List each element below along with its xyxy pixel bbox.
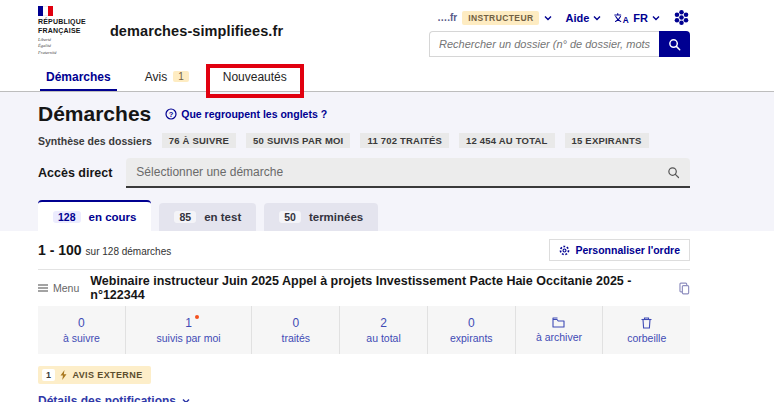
help-label: Aide [565, 12, 589, 24]
tab-count: 50 [279, 211, 301, 223]
chevron-down-icon [544, 14, 552, 22]
divider [38, 269, 690, 270]
lightning-icon [60, 370, 67, 380]
tab-count: 85 [174, 211, 196, 223]
nav-tab-label: Démarches [46, 70, 111, 84]
apps-flower-icon[interactable] [673, 9, 690, 26]
pagination-range: 1 - 100 [38, 242, 82, 258]
tab-en-test[interactable]: 85 en test [159, 203, 256, 231]
gear-icon [559, 245, 570, 256]
stat-a-archiver[interactable]: à archiver [516, 306, 604, 354]
tab-terminees[interactable]: 50 terminées [264, 203, 378, 231]
user-account-menu[interactable]: ….fr INSTRUCTEUR [437, 11, 552, 25]
site-title: demarches-simplifiees.fr [110, 23, 283, 39]
trash-icon [641, 317, 652, 329]
demarche-select-placeholder: Sélectionner une démarche [136, 165, 283, 179]
customize-order-button[interactable]: Personnaliser l'ordre [549, 239, 690, 261]
folder-icon [552, 317, 565, 328]
tabs-help-link[interactable]: ? Que regroupent les onglets ? [165, 108, 327, 120]
stat-suivis-par-moi[interactable]: 1 suivis par moi [126, 306, 253, 354]
pagination-info: 1 - 100sur 128 démarches [38, 242, 171, 258]
stat-au-total[interactable]: 2 au total [340, 306, 428, 354]
menu-label: Menu [53, 282, 79, 294]
search-icon [667, 166, 680, 179]
stat-a-suivre[interactable]: 0 à suivre [38, 306, 126, 354]
customize-order-label: Personnaliser l'ordre [575, 244, 680, 256]
stat-label: suivis par moi [156, 332, 220, 344]
republic-motto: Liberté Égalité Fraternité [38, 37, 86, 56]
stat-label: traités [282, 332, 311, 344]
notification-dot [195, 315, 199, 319]
stat-label: à suivre [63, 332, 100, 344]
search-button[interactable] [659, 31, 690, 57]
nav-tab-label: Nouveautés [223, 70, 287, 84]
translate-icon: A [614, 12, 629, 24]
pagination-suffix: sur 128 démarches [86, 246, 172, 257]
header-toolbar: ….fr INSTRUCTEUR Aide A FR [437, 9, 690, 26]
stat-value: 0 [78, 317, 85, 329]
synthesis-row: Synthèse des dossiers 76 À SUIVRE 50 SUI… [38, 133, 690, 148]
synthesis-badge-expirants: 15 EXPIRANTS [565, 133, 649, 148]
direct-access-row: Accès direct Sélectionner une démarche [38, 158, 690, 188]
stat-label: expirants [450, 332, 493, 344]
republic-wordmark: RÉPUBLIQUE FRANÇAISE [38, 18, 86, 35]
primary-nav: Démarches Avis 1 Nouveautés [0, 62, 774, 92]
stat-value: 2 [380, 317, 387, 329]
synthesis-badge-traites: 11 702 TRAITÉS [360, 133, 449, 148]
hamburger-menu-icon [38, 284, 48, 292]
procedure-title[interactable]: Webinaire instructeur Juin 2025 Appel à … [90, 274, 668, 302]
demarche-select[interactable]: Sélectionner une démarche [126, 158, 690, 188]
demarches-list-panel: 1 - 100sur 128 démarches Personnaliser l… [0, 231, 774, 402]
question-circle-icon: ? [165, 108, 177, 120]
help-menu[interactable]: Aide [565, 12, 601, 24]
language-selector[interactable]: A FR [614, 12, 660, 24]
language-label: FR [633, 12, 648, 24]
chevron-down-icon [652, 14, 660, 22]
synthesis-badge-a-suivre: 76 À SUIVRE [162, 133, 236, 148]
avis-externe-label: AVIS EXTERNE [72, 370, 142, 380]
tab-en-cours[interactable]: 128 en cours [38, 200, 151, 231]
notification-details-toggle[interactable]: Détails des notifications [38, 394, 690, 402]
page: RÉPUBLIQUE FRANÇAISE Liberté Égalité Fra… [0, 0, 774, 402]
copy-clipboard-icon[interactable] [679, 282, 690, 295]
tab-label: en test [204, 211, 241, 223]
synthesis-label: Synthèse des dossiers [38, 135, 152, 147]
dossier-search [429, 31, 690, 57]
nav-tab-label: Avis [145, 70, 167, 84]
search-icon [668, 38, 681, 51]
notification-details-label: Détails des notifications [38, 394, 176, 402]
procedure-menu-button[interactable]: Menu [38, 282, 79, 294]
synthesis-badge-suivis-par-moi: 50 SUIVIS PAR MOI [246, 133, 350, 148]
page-title: Démarches [38, 102, 151, 126]
svg-text:A: A [623, 16, 629, 24]
stat-label: au total [366, 332, 400, 344]
search-input[interactable] [429, 31, 659, 57]
nav-tab-nouveautes[interactable]: Nouveautés [217, 62, 293, 91]
user-email: ….fr [437, 12, 457, 23]
nav-tab-demarches[interactable]: Démarches [40, 62, 117, 91]
tab-count: 128 [53, 211, 81, 223]
svg-text:?: ? [169, 110, 174, 119]
avis-externe-badge: 1 AVIS EXTERNE [38, 366, 151, 384]
french-flag-icon [38, 6, 53, 16]
stat-value: 0 [468, 317, 475, 329]
avis-count-badge: 1 [173, 71, 189, 82]
stat-expirants[interactable]: 0 expirants [428, 306, 516, 354]
stat-corbeille[interactable]: corbeille [603, 306, 690, 354]
direct-access-label: Accès direct [38, 166, 112, 180]
site-header: RÉPUBLIQUE FRANÇAISE Liberté Égalité Fra… [0, 0, 774, 62]
stat-label: à archiver [536, 331, 582, 343]
stat-value: 1 [185, 317, 192, 329]
synthesis-badge-au-total: 12 454 AU TOTAL [459, 133, 555, 148]
status-tabs: 128 en cours 85 en test 50 terminées [38, 200, 690, 231]
chevron-down-icon [182, 397, 190, 402]
procedure-stats-card: 0 à suivre 1 suivis par moi 0 traités 2 … [38, 306, 690, 354]
chevron-down-icon [593, 14, 601, 22]
stat-traites[interactable]: 0 traités [252, 306, 340, 354]
republique-francaise-logo: RÉPUBLIQUE FRANÇAISE Liberté Égalité Fra… [38, 6, 86, 56]
procedure-header: Menu Webinaire instructeur Juin 2025 App… [38, 280, 690, 296]
nav-tab-avis[interactable]: Avis 1 [139, 62, 195, 91]
role-badge: INSTRUCTEUR [462, 11, 539, 25]
brand-block: RÉPUBLIQUE FRANÇAISE Liberté Égalité Fra… [38, 0, 283, 62]
avis-externe-count: 1 [42, 369, 55, 381]
